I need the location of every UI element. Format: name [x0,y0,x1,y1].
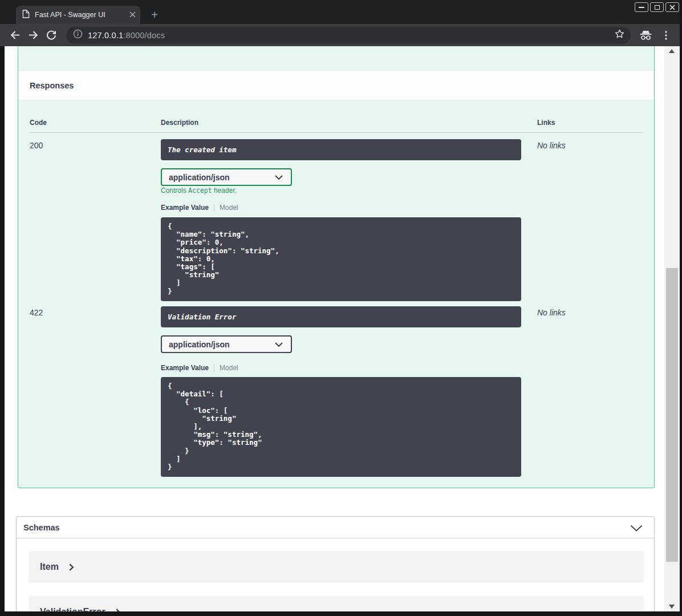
scrollbar-thumb[interactable] [666,268,678,562]
incognito-profile-button[interactable] [638,27,653,43]
example-json-200: { "name": "string", "price": 0, "descrip… [161,217,521,301]
schema-item-row[interactable]: Item [29,551,644,583]
back-button[interactable] [9,29,21,42]
browser-toolbar: 127.0.0.1:8000/docs [0,24,682,46]
schema-validationerror-row[interactable]: ValidationError [29,596,644,611]
bookmark-star-button[interactable] [614,29,625,42]
reload-icon [46,30,57,41]
star-icon [614,29,625,39]
response-description-422: Validation Error [161,306,521,327]
column-header-links: Links [537,119,555,127]
maximize-icon [655,5,660,10]
controls-accept-note: Controls Accept header. [161,187,237,194]
kebab-menu-icon [660,30,672,41]
scrollbar[interactable] [664,46,680,611]
scroll-up-arrow-icon[interactable] [669,49,675,53]
table-header-divider [30,132,643,133]
response-code-200: 200 [30,141,43,150]
response-links-422: No links [537,308,566,317]
maximize-button[interactable] [650,2,664,12]
response-links-200: No links [537,141,566,150]
tab-example-value[interactable]: Example Value [161,364,209,372]
tab-strip: Fast API - Swagger UI + [0,0,682,24]
tab-divider [214,364,214,372]
responses-opblock: Responses Code Description Links 200 No … [18,46,655,488]
schemas-header[interactable]: Schemas [17,517,654,538]
back-arrow-icon [9,29,21,41]
column-header-code: Code [30,119,47,127]
url-path: :8000/docs [123,31,165,40]
incognito-icon [638,29,653,42]
schema-name: Item [40,562,59,572]
response-description-200: The created item [161,139,521,160]
reload-button[interactable] [45,29,58,42]
minimize-icon [639,7,644,8]
example-model-tabs-200: Example Value Model [161,204,238,212]
chevron-down-icon [275,175,283,180]
tab-model[interactable]: Model [220,204,238,212]
browser-window: Fast API - Swagger UI + 12 [0,0,682,616]
responses-section-header: Responses [18,70,654,100]
responses-title: Responses [30,81,74,90]
minimize-button[interactable] [635,2,648,12]
media-type-select-422[interactable]: application/json [161,335,292,353]
url-bar[interactable]: 127.0.0.1:8000/docs [66,27,631,44]
tab-model[interactable]: Model [220,364,238,372]
tab-divider [214,204,214,212]
document-favicon-icon [22,10,30,21]
tab-close-icon[interactable] [129,10,136,20]
schema-name: ValidationError [40,607,105,611]
example-model-tabs-422: Example Value Model [161,364,238,372]
url-text: 127.0.0.1:8000/docs [88,31,165,40]
browser-menu-button[interactable] [658,27,674,43]
chevron-down-icon [275,342,283,347]
browser-tab[interactable]: Fast API - Swagger UI [16,6,140,24]
schemas-section: Schemas Item ValidationError [16,516,655,611]
scroll-down-arrow-icon[interactable] [669,605,675,609]
close-button[interactable] [665,2,679,12]
column-header-description: Description [161,119,198,127]
chevron-right-icon[interactable] [69,564,74,571]
window-controls [635,2,679,12]
page-content: Responses Code Description Links 200 No … [5,46,664,611]
response-code-422: 422 [30,308,43,317]
window-bottom-border [0,611,682,616]
example-json-422: { "detail": [ { "loc": [ "string" ], "ms… [161,377,521,477]
url-host: 127.0.0.1 [88,31,123,40]
schemas-title: Schemas [23,523,60,532]
forward-arrow-icon [27,29,39,41]
close-icon [669,5,675,10]
site-info-icon[interactable] [73,29,83,41]
media-type-select-200[interactable]: application/json [161,168,292,186]
forward-button[interactable] [27,29,39,42]
chevron-down-icon[interactable] [630,524,643,534]
tab-example-value[interactable]: Example Value [161,204,209,212]
tab-title: Fast API - Swagger UI [35,11,129,19]
new-tab-button[interactable]: + [147,7,162,22]
window-right-border [680,0,682,616]
